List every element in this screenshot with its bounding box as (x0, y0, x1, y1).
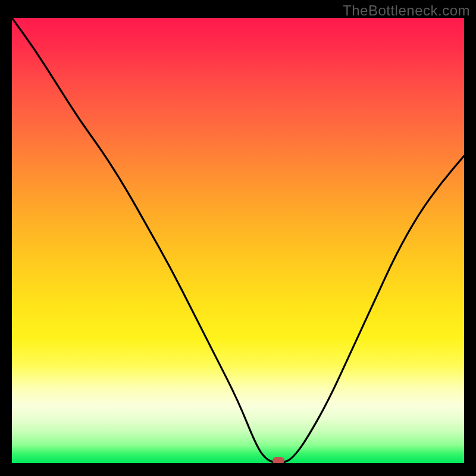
plot-area (12, 18, 464, 463)
bottleneck-curve (12, 18, 464, 463)
watermark-text: TheBottleneck.com (343, 2, 470, 19)
optimal-point-marker (273, 457, 284, 463)
chart-frame: TheBottleneck.com (0, 0, 476, 476)
